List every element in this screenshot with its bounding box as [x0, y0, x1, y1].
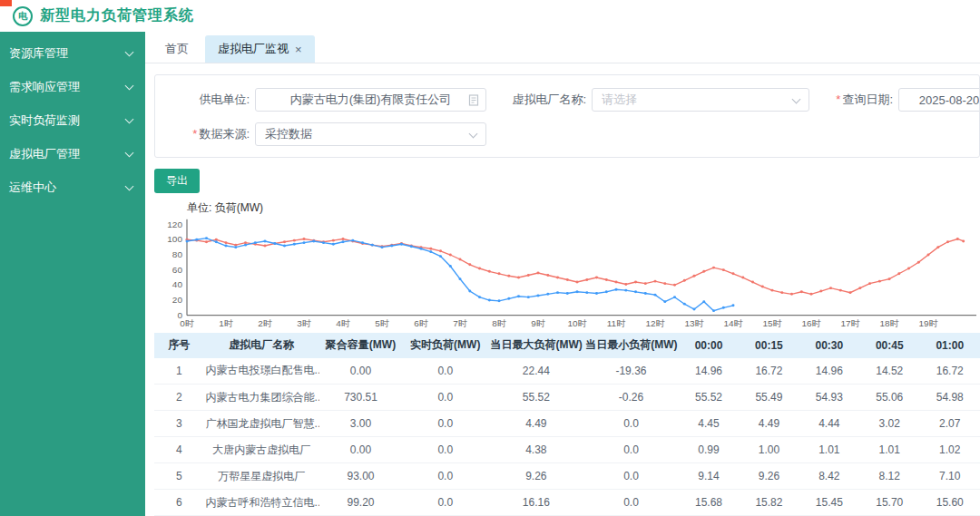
- svg-text:60: 60: [172, 264, 183, 274]
- table-cell: 55.06: [859, 385, 919, 411]
- chevron-down-icon: [125, 181, 134, 190]
- column-header: 聚合容量(MW): [319, 333, 402, 358]
- column-header: 当日最大负荷(MW): [489, 333, 584, 358]
- sidebar-item-realtime-load[interactable]: 实时负荷监测: [0, 103, 145, 137]
- svg-text:15时: 15时: [762, 318, 781, 328]
- table-cell: 99.20: [319, 490, 402, 516]
- table-cell: 15.82: [739, 490, 799, 516]
- table-row[interactable]: 6内蒙古呼和浩特立信电...99.200.016.160.015.6815.82…: [154, 490, 980, 516]
- svg-text:3时: 3时: [297, 318, 311, 328]
- table-row[interactable]: 1内蒙古电投璟白配售电...0.000.022.44-19.3614.9616.…: [154, 358, 980, 385]
- table-cell: 4.44: [799, 411, 859, 437]
- column-header: 00:00: [679, 333, 739, 358]
- table-cell: 93.00: [319, 463, 402, 490]
- table-cell: 内蒙古电投璟白配售电...: [204, 358, 319, 385]
- table-cell: 1.01: [859, 437, 919, 463]
- table-cell: 8.12: [859, 463, 919, 490]
- vpp-name-label: 虚拟电厂名称:: [486, 92, 586, 108]
- svg-text:8时: 8时: [492, 318, 506, 328]
- results-table: 序号虚拟电厂名称聚合容量(MW)实时负荷(MW)当日最大负荷(MW)当日最小负荷…: [154, 333, 980, 516]
- tab-close-icon[interactable]: ×: [295, 43, 302, 56]
- table-cell: 9.14: [679, 463, 739, 490]
- table-cell: 0.0: [583, 411, 679, 437]
- table-cell: 55.52: [679, 385, 739, 411]
- tab-vpp-monitor[interactable]: 虚拟电厂监视 ×: [205, 35, 315, 63]
- table-cell: 0.0: [402, 385, 489, 411]
- table-cell: 55.49: [739, 385, 799, 411]
- vpp-name-select[interactable]: 请选择: [592, 88, 809, 112]
- table-cell: 4.38: [489, 437, 584, 463]
- data-source-select[interactable]: 采控数据: [255, 122, 486, 146]
- table-cell: 0.0: [402, 490, 489, 516]
- sidebar-item-demand-response[interactable]: 需求响应管理: [0, 70, 145, 103]
- table-cell: 0.0: [402, 463, 489, 490]
- table-cell: 9.26: [489, 463, 584, 490]
- sidebar-item-ops-center[interactable]: 运维中心: [0, 170, 145, 204]
- table-cell: 15.45: [799, 490, 859, 516]
- query-date-label: *查询日期:: [809, 92, 893, 108]
- table-cell: 0.00: [319, 358, 402, 385]
- table-cell: 14.52: [859, 358, 919, 385]
- table-cell: 16.72: [739, 358, 799, 385]
- sidebar-item-label: 虚拟电厂管理: [9, 146, 80, 162]
- vpp-table-wrap: 序号虚拟电厂名称聚合容量(MW)实时负荷(MW)当日最大负荷(MW)当日最小负荷…: [154, 333, 980, 516]
- query-date-value: 2025-08-20: [919, 93, 980, 107]
- svg-text:11时: 11时: [607, 318, 626, 328]
- svg-text:18时: 18时: [879, 318, 898, 328]
- sidebar-item-label: 运维中心: [9, 180, 56, 196]
- svg-text:120: 120: [167, 219, 182, 229]
- app-logo-icon: 电: [13, 6, 33, 26]
- org-picker-icon[interactable]: [468, 94, 479, 106]
- svg-text:1时: 1时: [219, 318, 233, 328]
- table-cell: 0.00: [319, 437, 402, 463]
- table-cell: 大唐内蒙古虚拟电厂: [204, 437, 319, 463]
- sidebar: 资源库管理 需求响应管理 实时负荷监测 虚拟电厂管理 运维中心: [0, 32, 145, 516]
- table-cell: 1: [154, 358, 204, 385]
- table-row[interactable]: 3广林国龙虚拟电厂智慧...3.000.04.490.04.454.494.44…: [154, 411, 980, 437]
- table-cell: 15.70: [859, 490, 919, 516]
- load-line-chart: 0204060801001200时1时2时3时4时5时6时7时8时9时10时11…: [154, 216, 980, 333]
- table-cell: 0.0: [583, 463, 679, 490]
- table-row[interactable]: 2内蒙古电力集团综合能...730.510.055.52-0.2655.5255…: [154, 385, 980, 411]
- table-cell: -19.36: [583, 358, 679, 385]
- query-date-input[interactable]: 2025-08-20: [898, 88, 980, 112]
- vpp-name-placeholder: 请选择: [602, 92, 637, 108]
- table-header: 序号虚拟电厂名称聚合容量(MW)实时负荷(MW)当日最大负荷(MW)当日最小负荷…: [154, 333, 980, 358]
- tab-bar: 首页 虚拟电厂监视 ×: [145, 32, 980, 63]
- table-cell: 3.02: [859, 411, 919, 437]
- sidebar-item-resource-library[interactable]: 资源库管理: [0, 36, 145, 70]
- supply-unit-label: 供电单位:: [162, 92, 250, 108]
- table-cell: 万帮星星虚拟电厂: [204, 463, 319, 490]
- svg-text:19时: 19时: [918, 318, 937, 328]
- svg-text:10时: 10时: [567, 318, 586, 328]
- svg-text:9时: 9时: [531, 318, 545, 328]
- svg-text:12时: 12时: [645, 318, 664, 328]
- column-header: 序号: [154, 333, 204, 358]
- tab-home[interactable]: 首页: [152, 35, 201, 63]
- table-cell: 4.49: [489, 411, 584, 437]
- svg-text:14时: 14时: [723, 318, 742, 328]
- table-cell: 0.99: [679, 437, 739, 463]
- table-row[interactable]: 5万帮星星虚拟电厂93.000.09.260.09.149.268.428.12…: [154, 463, 980, 490]
- required-marker: *: [836, 92, 840, 106]
- sidebar-item-label: 资源库管理: [9, 45, 68, 62]
- table-cell: 14.96: [799, 358, 859, 385]
- table-row[interactable]: 4大唐内蒙古虚拟电厂0.000.04.380.00.991.001.011.01…: [154, 437, 980, 463]
- table-cell: 4: [154, 437, 204, 463]
- svg-text:6时: 6时: [414, 318, 428, 328]
- table-cell: 730.51: [319, 385, 402, 411]
- table-cell: 54.93: [799, 385, 859, 411]
- table-cell: 广林国龙虚拟电厂智慧...: [204, 411, 319, 437]
- svg-text:16时: 16时: [801, 318, 820, 328]
- svg-text:4时: 4时: [336, 318, 350, 328]
- chevron-down-icon: [792, 95, 801, 104]
- svg-text:0时: 0时: [180, 318, 194, 328]
- export-button[interactable]: 导出: [154, 169, 200, 193]
- svg-text:100: 100: [167, 234, 182, 244]
- sidebar-item-vpp-management[interactable]: 虚拟电厂管理: [0, 137, 145, 170]
- supply-unit-value: 内蒙古电力(集团)有限责任公司: [290, 92, 452, 108]
- table-cell: 内蒙古电力集团综合能...: [204, 385, 319, 411]
- svg-text:40: 40: [172, 279, 183, 289]
- table-cell: 1.00: [739, 437, 799, 463]
- supply-unit-input[interactable]: 内蒙古电力(集团)有限责任公司: [255, 88, 486, 112]
